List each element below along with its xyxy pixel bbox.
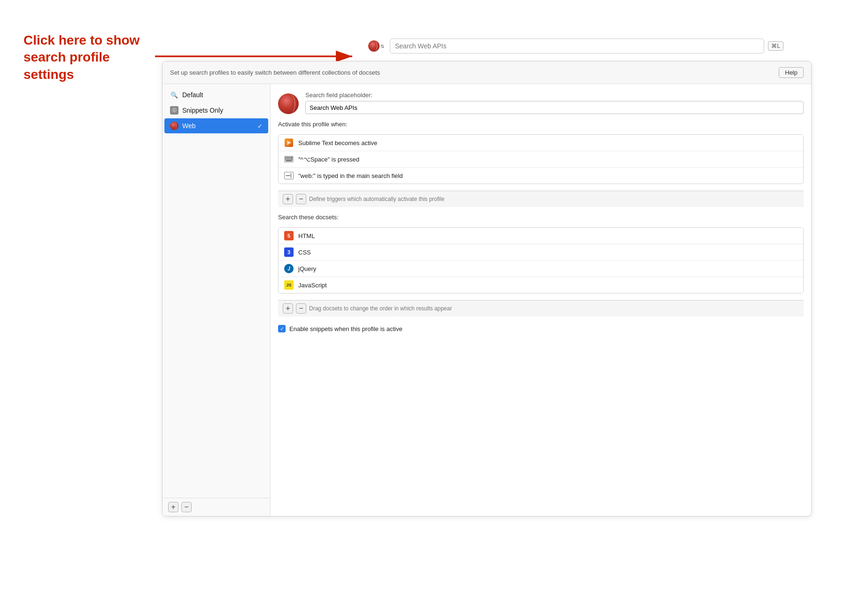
svg-rect-9 xyxy=(285,159,286,160)
profile-selector-button[interactable]: ⇅ xyxy=(366,39,386,53)
js-icon: JS xyxy=(284,280,294,290)
snippets-checkbox[interactable]: ✓ xyxy=(278,325,286,332)
svg-rect-6 xyxy=(288,157,289,158)
web-globe-icon xyxy=(170,122,178,130)
sidebar: 🔍 Default ⓪ Snippets Only xyxy=(163,84,271,516)
svg-rect-10 xyxy=(287,159,287,160)
sidebar-item-snippets-only[interactable]: ⓪ Snippets Only xyxy=(164,103,268,118)
search-input[interactable] xyxy=(390,39,764,54)
sidebar-footer: + − xyxy=(163,498,270,516)
docset-item-css[interactable]: 3 CSS xyxy=(279,244,803,261)
sidebar-item-web[interactable]: Web ✓ xyxy=(164,118,268,133)
snippets-label: Enable snippets when this profile is act… xyxy=(289,325,403,332)
trigger-text-sublime: Sublime Text becomes active xyxy=(298,139,377,146)
svg-rect-7 xyxy=(289,157,290,158)
sidebar-item-label-snippets: Snippets Only xyxy=(182,107,263,114)
snippets-only-icon: ⓪ xyxy=(170,106,178,115)
trigger-item-textfield: "web:" is typed in the main search field xyxy=(279,168,803,184)
chevron-updown-icon: ⇅ xyxy=(380,44,384,49)
svg-rect-8 xyxy=(291,157,293,158)
textfield-icon xyxy=(284,171,294,180)
snippets-checkbox-row[interactable]: ✓ Enable snippets when this profile is a… xyxy=(278,323,804,334)
css-icon: 3 xyxy=(284,247,294,257)
trigger-item-keyboard: "^⌥Space" is pressed xyxy=(279,151,803,168)
add-trigger-button[interactable]: + xyxy=(283,194,293,204)
remove-trigger-button[interactable]: − xyxy=(296,194,306,204)
panel-header-text: Set up search profiles to easily switch … xyxy=(170,69,380,76)
docset-item-jquery[interactable]: J jQuery xyxy=(279,261,803,277)
html-icon: 5 xyxy=(284,231,294,240)
docset-name-javascript: JavaScript xyxy=(298,282,327,289)
profile-globe-icon xyxy=(368,40,380,52)
svg-rect-5 xyxy=(287,157,287,158)
shortcut-label: ⌘L xyxy=(771,43,780,49)
keyboard-shortcut-badge: ⌘L xyxy=(768,41,783,51)
svg-rect-4 xyxy=(285,157,286,158)
activate-section-label: Activate this profile when: xyxy=(278,121,804,128)
detail-panel: Search field placeholder: Search Web API… xyxy=(271,84,811,516)
main-panel: Set up search profiles to easily switch … xyxy=(162,61,812,516)
sidebar-item-default[interactable]: 🔍 Default xyxy=(164,87,268,102)
sidebar-item-label-default: Default xyxy=(182,91,263,99)
help-button[interactable]: Help xyxy=(779,67,804,78)
docsets-box: 5 HTML 3 CSS J jQuery JS JavaScript xyxy=(278,227,804,293)
annotation-label: Click here to show search profile settin… xyxy=(23,32,146,83)
sidebar-item-label-web: Web xyxy=(182,122,254,130)
remove-docset-button[interactable]: − xyxy=(296,303,306,314)
sidebar-list: 🔍 Default ⓪ Snippets Only xyxy=(163,84,270,498)
trigger-text-textfield: "web:" is typed in the main search field xyxy=(298,172,403,179)
field-label: Search field placeholder: xyxy=(305,92,804,99)
trigger-text-keyboard: "^⌥Space" is pressed xyxy=(298,156,359,163)
triggers-footer-text: Define triggers which automatically acti… xyxy=(309,196,799,202)
remove-profile-button[interactable]: − xyxy=(181,502,192,512)
svg-rect-12 xyxy=(289,159,290,160)
docsets-footer-text: Drag docsets to change the order in whic… xyxy=(309,305,799,312)
docset-name-css: CSS xyxy=(298,249,311,256)
docset-name-html: HTML xyxy=(298,232,315,239)
triggers-box: Sublime Text becomes active xyxy=(278,134,804,184)
svg-rect-13 xyxy=(291,159,293,160)
triggers-footer-bar: + − Define triggers which automatically … xyxy=(278,191,804,207)
panel-content: 🔍 Default ⓪ Snippets Only xyxy=(163,84,811,516)
active-checkmark: ✓ xyxy=(257,123,263,130)
docset-item-javascript[interactable]: JS JavaScript xyxy=(279,277,803,293)
profile-header-row: Search field placeholder: Search Web API… xyxy=(278,92,804,114)
docset-name-jquery: jQuery xyxy=(298,265,316,272)
profile-field-area: Search field placeholder: Search Web API… xyxy=(305,92,804,114)
search-bar-area: ⇅ ⌘L xyxy=(366,39,783,54)
docsets-section-label: Search these docsets: xyxy=(278,214,804,221)
keyboard-icon xyxy=(284,154,294,164)
svg-rect-14 xyxy=(286,160,292,161)
panel-header: Set up search profiles to easily switch … xyxy=(163,62,811,84)
docset-item-html[interactable]: 5 HTML xyxy=(279,228,803,244)
sublime-icon xyxy=(284,138,294,147)
svg-rect-11 xyxy=(288,159,289,160)
add-docset-button[interactable]: + xyxy=(283,303,293,314)
jquery-icon: J xyxy=(284,264,294,273)
profile-icon-large xyxy=(278,93,299,114)
trigger-item-sublime: Sublime Text becomes active xyxy=(279,135,803,151)
search-icon: 🔍 xyxy=(170,91,178,99)
docsets-footer-bar: + − Drag docsets to change the order in … xyxy=(278,300,804,316)
add-profile-button[interactable]: + xyxy=(168,502,178,512)
placeholder-field[interactable]: Search Web APIs xyxy=(305,101,804,114)
